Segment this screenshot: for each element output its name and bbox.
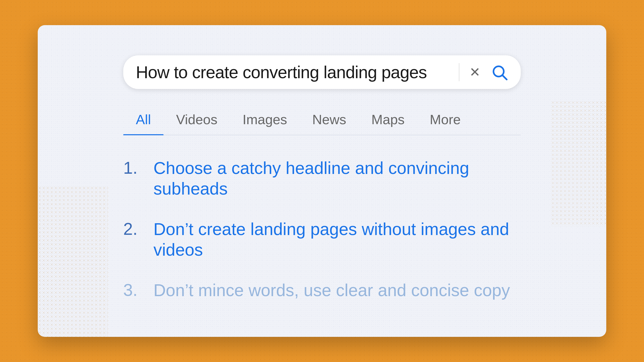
tab-all[interactable]: All — [123, 107, 164, 135]
browser-window: How to create converting landing pages ✕… — [38, 25, 606, 337]
tab-maps[interactable]: Maps — [359, 107, 417, 135]
search-button[interactable] — [491, 63, 508, 81]
tab-images[interactable]: Images — [230, 107, 300, 135]
result-number-2: 2. — [123, 219, 153, 239]
result-number-3: 3. — [123, 280, 153, 300]
tab-videos[interactable]: Videos — [164, 107, 230, 135]
result-link-1[interactable]: Choose a catchy headline and convincing … — [153, 158, 521, 199]
result-link-2[interactable]: Don’t create landing pages without image… — [153, 219, 521, 260]
result-item-2: 2. Don’t create landing pages without im… — [123, 219, 521, 260]
content-area: How to create converting landing pages ✕… — [38, 25, 606, 321]
result-link-3[interactable]: Don’t mince words, use clear and concise… — [153, 280, 510, 301]
tab-more[interactable]: More — [417, 107, 473, 135]
svg-line-1 — [503, 75, 507, 79]
result-number-1: 1. — [123, 158, 153, 177]
search-divider — [459, 63, 459, 81]
clear-icon[interactable]: ✕ — [469, 66, 480, 79]
search-query[interactable]: How to create converting landing pages — [136, 62, 449, 82]
result-item-3: 3. Don’t mince words, use clear and conc… — [123, 280, 521, 301]
nav-tabs: All Videos Images News Maps More — [123, 107, 521, 135]
result-item-1: 1. Choose a catchy headline and convinci… — [123, 158, 521, 199]
search-bar: How to create converting landing pages ✕ — [123, 55, 521, 89]
tab-news[interactable]: News — [300, 107, 359, 135]
results-list: 1. Choose a catchy headline and convinci… — [123, 158, 521, 301]
